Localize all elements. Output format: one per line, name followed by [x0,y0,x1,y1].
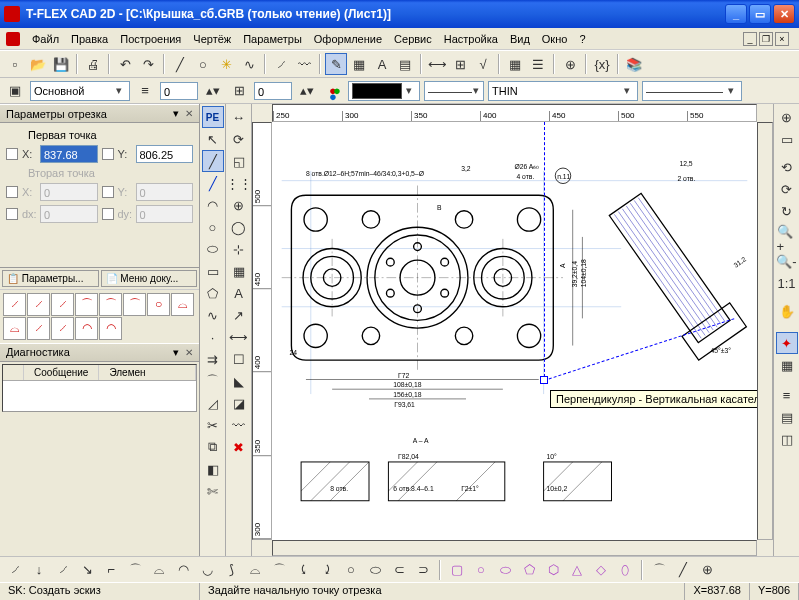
btool[interactable]: ⬡ [542,559,564,581]
trim-tool[interactable]: ✂ [202,414,224,436]
spin-icon[interactable]: ▴▾ [202,80,224,102]
color-icon[interactable]: ●●● [322,80,344,102]
btool[interactable]: ▢ [446,559,468,581]
snap-btn[interactable]: ⟋ [3,293,26,316]
rough-button[interactable]: √ [472,53,494,75]
array-tool[interactable]: ⋮⋮ [228,172,250,194]
snap-btn[interactable]: ◠ [99,317,122,340]
btool[interactable]: ⌒ [124,559,146,581]
snap-btn[interactable]: ⌒ [75,293,98,316]
layers-btn[interactable]: ≡ [776,384,798,406]
snap-btn[interactable]: ⌒ [123,293,146,316]
snap-btn[interactable]: ⟋ [27,317,50,340]
layer-icon[interactable]: ▣ [4,80,26,102]
btool[interactable]: ○ [470,559,492,581]
btool[interactable]: ↓ [28,559,50,581]
scale-tool[interactable]: ◱ [228,150,250,172]
btool[interactable]: ⌓ [244,559,266,581]
snap-btn[interactable]: ⟋ [51,293,74,316]
zoom-next[interactable]: ⟳ [776,178,798,200]
priority-input[interactable]: 0 [254,82,292,100]
x-input[interactable]: 837.68 [40,145,98,163]
btool[interactable]: ○ [340,559,362,581]
snap-btn[interactable]: ○ [147,293,170,316]
btool[interactable]: ◡ [196,559,218,581]
btool[interactable]: ⟆ [220,559,242,581]
tab-docmenu[interactable]: 📄 Меню доку... [101,270,198,287]
btool[interactable]: ⟋ [52,559,74,581]
btool[interactable]: ⟋ [4,559,26,581]
chamfer-tool[interactable]: ◿ [202,392,224,414]
snap-btn[interactable]: ⟋ [51,317,74,340]
btool[interactable]: ◇ [590,559,612,581]
y-input[interactable]: 806.25 [136,145,194,163]
maximize-button[interactable]: ▭ [749,4,771,24]
redo-button[interactable]: ↷ [137,53,159,75]
spline-tool[interactable]: ∿ [202,304,224,326]
node-button[interactable]: ✳ [215,53,237,75]
print-button[interactable]: 🖨 [82,53,104,75]
tab-parameters[interactable]: 📋 Параметры... [2,270,99,287]
hatch-button[interactable]: ▦ [348,53,370,75]
text-area-button[interactable]: ▤ [394,53,416,75]
zoom-real[interactable]: 1:1 [776,272,798,294]
leader-tool[interactable]: ↗ [228,304,250,326]
btool[interactable]: ⬭ [364,559,386,581]
canvas-scroll-h[interactable] [272,540,757,556]
dx-check[interactable] [6,208,18,220]
text-button[interactable]: A [371,53,393,75]
btool[interactable]: ⌒ [268,559,290,581]
cancel-tool[interactable]: ✖ [228,436,250,458]
open-button[interactable]: 📂 [27,53,49,75]
diag-close[interactable]: ✕ [185,347,193,358]
color-combo[interactable]: ▾ [348,81,420,101]
panel-close[interactable]: ✕ [185,108,193,119]
menu-file[interactable]: Файл [26,30,65,48]
zoom-out[interactable]: 🔍- [776,250,798,272]
view-tool[interactable]: ◪ [228,392,250,414]
zoom-window[interactable]: ▭ [776,128,798,150]
btool[interactable]: ⤸ [316,559,338,581]
menu-window[interactable]: Окно [536,30,574,48]
fillet-tool[interactable]: ⌒ [202,370,224,392]
cut-tool[interactable]: ✄ [202,480,224,502]
line-end-combo[interactable]: ——————— ▾ [642,81,742,101]
table-button[interactable]: ▦ [504,53,526,75]
center-tool[interactable]: ⊕ [228,194,250,216]
level-icon[interactable]: ≡ [134,80,156,102]
menu-constructions[interactable]: Построения [114,30,187,48]
poly-tool[interactable]: ⬠ [202,282,224,304]
sketch-line-button[interactable]: ✎ [325,53,347,75]
dim2-tool[interactable]: ⟷ [228,326,250,348]
line-type-combo[interactable]: THIN ▾ [488,81,638,101]
spline-button[interactable]: ∿ [238,53,260,75]
layer-combo[interactable]: Основной ▾ [30,81,130,101]
snap-btn[interactable]: ⌒ [99,293,122,316]
rotate-tool[interactable]: ⟳ [228,128,250,150]
menu-draft[interactable]: Чертёж [187,30,237,48]
dy-check[interactable] [102,208,114,220]
undo-button[interactable]: ↶ [114,53,136,75]
circle-button[interactable]: ○ [192,53,214,75]
btool[interactable]: ◠ [172,559,194,581]
path-button[interactable]: ⟋ [270,53,292,75]
priority-icon[interactable]: ⊞ [228,80,250,102]
snap-toggle[interactable]: ✦ [776,332,798,354]
tang-tool[interactable]: ◯ [228,216,250,238]
copy-tool[interactable]: ⧉ [202,436,224,458]
canvas-scroll-v[interactable] [757,122,773,540]
close-button[interactable]: ✕ [773,4,795,24]
seg-tool[interactable]: ╱ [202,172,224,194]
tolerance-button[interactable]: ⊞ [449,53,471,75]
line-tool[interactable]: ╱ [202,150,224,172]
mdi-minimize[interactable]: _ [743,32,757,46]
menu-edit[interactable]: Правка [65,30,114,48]
text-tool[interactable]: A [228,282,250,304]
zoom-in[interactable]: 🔍+ [776,228,798,250]
save-button[interactable]: 💾 [50,53,72,75]
menu-help[interactable]: ? [573,30,591,48]
zoom-all[interactable]: ⊕ [776,106,798,128]
bom-button[interactable]: ☰ [527,53,549,75]
mdi-restore[interactable]: ❐ [759,32,773,46]
point-tool[interactable]: · [202,326,224,348]
